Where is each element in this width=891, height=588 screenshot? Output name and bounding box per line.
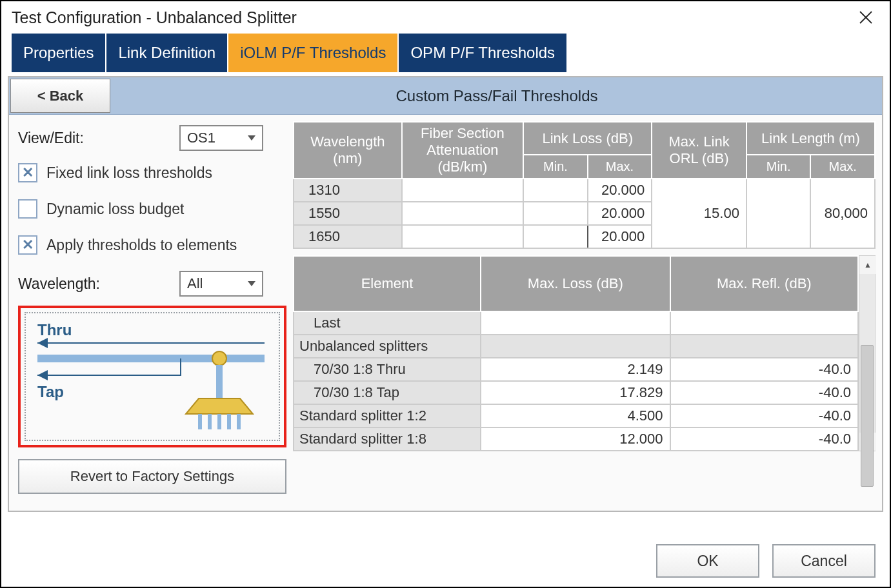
- svg-marker-7: [37, 370, 48, 380]
- element-thresholds-table[interactable]: Element Max. Loss (dB) Max. Refl. (dB) L…: [293, 255, 859, 451]
- col-max-refl: Max. Refl. (dB): [670, 256, 858, 311]
- checkbox-apply-thresholds[interactable]: ✕: [18, 235, 37, 255]
- table-row[interactable]: 70/30 1:8 Tap 17.829 -40.0: [294, 381, 858, 404]
- view-edit-select[interactable]: OS1: [179, 125, 263, 151]
- cell-refl[interactable]: -40.0: [670, 427, 858, 451]
- ok-button[interactable]: OK: [656, 544, 759, 578]
- scroll-up-icon[interactable]: ▲: [859, 256, 876, 274]
- cell-len-min[interactable]: [746, 179, 811, 248]
- cell-refl[interactable]: [670, 311, 858, 335]
- scroll-track[interactable]: [859, 274, 875, 433]
- table-row[interactable]: Standard splitter 1:2 4.500 -40.0: [294, 404, 858, 427]
- cell-wavelength: 1550: [294, 202, 402, 225]
- cell-empty: [481, 335, 670, 358]
- revert-factory-button[interactable]: Revert to Factory Settings: [18, 459, 286, 494]
- col-wavelength: Wavelength (nm): [294, 122, 402, 179]
- col-link-length: Link Length (m): [746, 122, 875, 155]
- button-label: Revert to Factory Settings: [70, 468, 234, 485]
- dialog-footer: OK Cancel: [656, 544, 876, 578]
- cell-ll-min[interactable]: [523, 202, 588, 225]
- tab-link-definition[interactable]: Link Definition: [106, 34, 227, 72]
- cell-element: Standard splitter 1:8: [294, 427, 481, 451]
- checkbox-dynamic-budget[interactable]: [18, 199, 37, 219]
- cell-section: Unbalanced splitters: [294, 335, 481, 358]
- cell-element: Standard splitter 1:2: [294, 404, 481, 427]
- tab-label: Properties: [23, 44, 94, 62]
- svg-point-5: [212, 351, 226, 366]
- window-title: Test Configuration - Unbalanced Splitter: [12, 8, 297, 27]
- cell-element: 70/30 1:8 Thru: [294, 358, 481, 381]
- svg-marker-8: [186, 398, 253, 414]
- tab-label: OPM P/F Thresholds: [410, 44, 555, 62]
- vertical-scrollbar[interactable]: ▲ ▼: [859, 255, 876, 451]
- checkbox-label: Apply thresholds to elements: [46, 237, 237, 254]
- checkbox-label: Fixed link loss thresholds: [46, 164, 212, 182]
- cell-element: 70/30 1:8 Tap: [294, 381, 481, 404]
- tab-opm-thresholds[interactable]: OPM P/F Thresholds: [399, 34, 566, 72]
- cell-loss[interactable]: 17.829: [481, 381, 670, 404]
- cell-ll-min[interactable]: [523, 225, 588, 248]
- cell-loss[interactable]: 12.000: [481, 427, 670, 451]
- checkbox-label: Dynamic loss budget: [46, 201, 185, 218]
- col-max-orl: Max. Link ORL (dB): [652, 122, 746, 179]
- cell-wavelength: 1650: [294, 225, 402, 248]
- content-panel: < Back Custom Pass/Fail Thresholds View/…: [8, 76, 883, 512]
- cell-fiber-atten[interactable]: [402, 179, 524, 202]
- cell-ll-max[interactable]: 20.000: [588, 202, 652, 225]
- back-label: < Back: [37, 88, 84, 104]
- table-row[interactable]: Last: [294, 311, 858, 335]
- col-len-max: Max.: [810, 155, 875, 179]
- table-row[interactable]: 1310 20.000 15.00 80,000: [294, 179, 875, 202]
- cell-len-max[interactable]: 80,000: [810, 179, 875, 248]
- splitter-diagram: Thru Tap: [25, 312, 280, 441]
- banner-title: Custom Pass/Fail Thresholds: [112, 77, 882, 114]
- col-ll-min: Min.: [523, 155, 588, 179]
- button-label: OK: [697, 553, 718, 570]
- cell-refl[interactable]: -40.0: [670, 404, 858, 427]
- table-row-section: Unbalanced splitters: [294, 335, 858, 358]
- cell-loss[interactable]: 2.149: [481, 358, 670, 381]
- cell-refl[interactable]: -40.0: [670, 381, 858, 404]
- cell-fiber-atten[interactable]: [402, 225, 524, 248]
- splitter-icon: [26, 313, 271, 429]
- back-button[interactable]: < Back: [10, 79, 110, 113]
- cell-loss[interactable]: 4.500: [481, 404, 670, 427]
- cell-ll-min[interactable]: [523, 179, 588, 202]
- scroll-thumb[interactable]: [861, 345, 874, 487]
- tab-label: Link Definition: [118, 44, 215, 62]
- cell-wavelength: 1310: [294, 179, 402, 202]
- title-bar: Test Configuration - Unbalanced Splitter: [1, 1, 890, 34]
- cell-ll-max[interactable]: 20.000: [588, 225, 652, 248]
- cell-element: Last: [294, 311, 481, 335]
- banner: < Back Custom Pass/Fail Thresholds: [9, 77, 882, 115]
- col-len-min: Min.: [746, 155, 811, 179]
- close-icon[interactable]: [852, 8, 879, 27]
- col-fiber-atten: Fiber Section Attenuation (dB/km): [402, 122, 524, 179]
- table-row[interactable]: 70/30 1:8 Thru 2.149 -40.0: [294, 358, 858, 381]
- tab-properties[interactable]: Properties: [12, 34, 105, 72]
- cancel-button[interactable]: Cancel: [772, 544, 876, 578]
- element-thresholds-wrap: Element Max. Loss (dB) Max. Refl. (dB) L…: [293, 255, 876, 451]
- tab-iolm-thresholds[interactable]: iOLM P/F Thresholds: [228, 34, 397, 72]
- wavelength-select[interactable]: All: [179, 271, 263, 297]
- cell-empty: [670, 335, 858, 358]
- wavelength-thresholds-table[interactable]: Wavelength (nm) Fiber Section Attenuatio…: [293, 121, 876, 249]
- table-row[interactable]: Standard splitter 1:8 12.000 -40.0: [294, 427, 858, 451]
- splitter-diagram-highlight: Thru Tap: [18, 306, 286, 447]
- select-value: OS1: [187, 130, 215, 146]
- left-panel: View/Edit: OS1 ✕ Fixed link loss thresho…: [15, 121, 286, 504]
- col-ll-max: Max.: [588, 155, 652, 179]
- cell-ll-max[interactable]: 20.000: [588, 179, 652, 202]
- tab-bar: Properties Link Definition iOLM P/F Thre…: [1, 34, 890, 72]
- checkbox-fixed-link-loss[interactable]: ✕: [18, 163, 37, 182]
- dialog-window: Test Configuration - Unbalanced Splitter…: [0, 0, 891, 588]
- view-edit-label: View/Edit:: [18, 130, 179, 147]
- cell-refl[interactable]: -40.0: [670, 358, 858, 381]
- button-label: Cancel: [801, 553, 847, 570]
- svg-marker-3: [37, 338, 48, 348]
- cell-max-orl[interactable]: 15.00: [652, 179, 746, 248]
- col-max-loss: Max. Loss (dB): [481, 256, 670, 311]
- cell-fiber-atten[interactable]: [402, 202, 524, 225]
- cell-loss[interactable]: [481, 311, 670, 335]
- right-panel: Wavelength (nm) Fiber Section Attenuatio…: [293, 121, 876, 504]
